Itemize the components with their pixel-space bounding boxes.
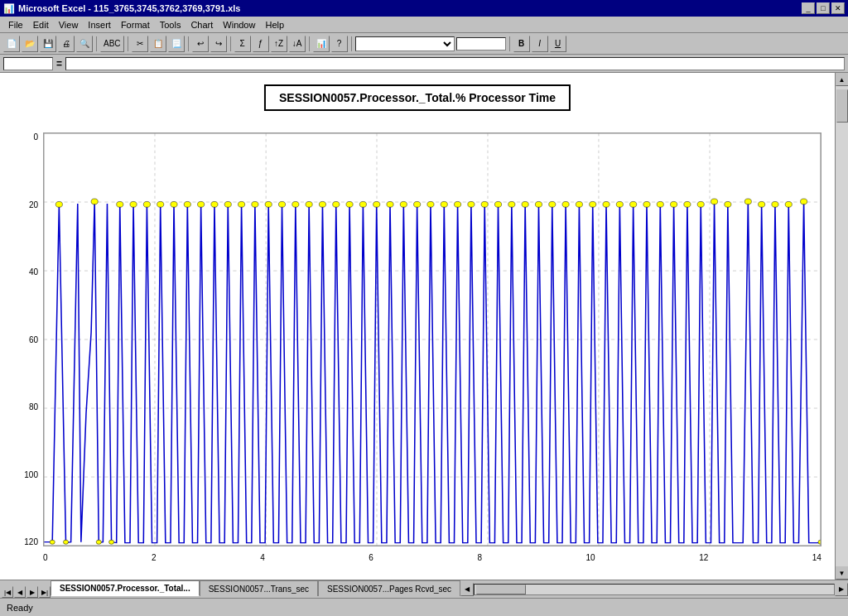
formula-input[interactable] [65, 57, 845, 70]
open-button[interactable]: 📂 [22, 36, 38, 52]
maximize-button[interactable]: □ [817, 2, 830, 14]
svg-point-25 [224, 201, 231, 207]
scroll-down-button[interactable]: ▼ [836, 566, 849, 580]
paste-button[interactable]: 📃 [168, 36, 185, 52]
h-scroll-right-button[interactable]: ▶ [835, 583, 848, 596]
copy-button[interactable]: 📋 [150, 36, 166, 52]
sep3 [188, 36, 189, 51]
menu-edit[interactable]: Edit [28, 18, 54, 31]
svg-point-19 [143, 201, 150, 207]
svg-point-43 [468, 201, 475, 207]
chart-wizard-button[interactable]: 📊 [313, 36, 330, 52]
svg-point-30 [292, 201, 299, 207]
tab-next-button[interactable]: ▶ [26, 586, 38, 598]
menu-file[interactable]: File [3, 18, 28, 31]
menu-format[interactable]: Format [116, 18, 155, 31]
minimize-button[interactable]: _ [802, 2, 815, 14]
svg-point-66 [785, 201, 792, 207]
menu-window[interactable]: Window [218, 18, 260, 31]
svg-point-65 [772, 201, 778, 207]
font-size-input[interactable] [456, 37, 506, 51]
scroll-track [836, 86, 849, 566]
x-label-14: 14 [812, 553, 822, 562]
svg-point-53 [603, 201, 610, 207]
menu-insert[interactable]: Insert [83, 18, 116, 31]
svg-point-61 [711, 199, 717, 205]
svg-point-69 [63, 540, 68, 544]
svg-point-64 [759, 201, 765, 207]
underline-button[interactable]: U [550, 36, 566, 52]
h-scrollbar: ◀ ▶ [460, 580, 848, 598]
svg-point-34 [346, 201, 353, 207]
sort-asc-button[interactable]: ↑Z [271, 36, 287, 52]
svg-point-26 [238, 201, 245, 207]
italic-button[interactable]: I [532, 36, 548, 52]
menu-chart[interactable]: Chart [186, 18, 218, 31]
sep1 [96, 36, 97, 51]
x-label-0: 0 [43, 553, 48, 562]
menu-tools[interactable]: Tools [155, 18, 186, 31]
h-scroll-track [474, 584, 835, 595]
close-button[interactable]: ✕ [831, 2, 845, 14]
svg-point-42 [455, 201, 461, 207]
menu-view[interactable]: View [54, 18, 84, 31]
tab-last-button[interactable]: ▶| [39, 586, 51, 598]
redo-button[interactable]: ↪ [210, 36, 227, 52]
svg-point-41 [441, 201, 447, 207]
svg-point-52 [590, 201, 596, 207]
x-axis: 0 2 4 6 8 10 12 14 [43, 550, 822, 575]
svg-point-48 [535, 201, 542, 207]
toolbar-standard: 📄 📂 💾 🖨 🔍 ABC ✂ 📋 📃 ↩ ↪ Σ ƒ ↑Z ↓A 📊 ? B … [0, 33, 848, 55]
y-label-100: 100 [24, 470, 38, 479]
bold-button[interactable]: B [513, 36, 530, 52]
tab-prev-button[interactable]: ◀ [14, 586, 26, 598]
svg-point-15 [55, 201, 62, 207]
svg-point-51 [576, 201, 582, 207]
sheet-tab-2[interactable]: SESSION0057...Trans_sec [200, 580, 318, 596]
chart-plot [43, 132, 822, 546]
svg-point-70 [96, 540, 101, 544]
tab-first-button[interactable]: |◀ [2, 586, 13, 598]
svg-point-63 [744, 199, 751, 205]
formula-bar: = [0, 55, 848, 73]
sheet-tab-3[interactable]: SESSION0057...Pages Rcvd_sec [318, 580, 460, 596]
y-label-0: 0 [33, 132, 38, 142]
svg-point-59 [684, 201, 691, 207]
font-select[interactable] [355, 36, 455, 51]
y-label-20: 20 [29, 200, 38, 209]
menu-help[interactable]: Help [260, 18, 289, 31]
cell-reference-input[interactable] [3, 57, 53, 70]
svg-point-47 [522, 201, 528, 207]
sep4 [230, 36, 231, 51]
svg-point-37 [387, 201, 393, 207]
h-scroll-thumb[interactable] [476, 585, 526, 594]
svg-point-50 [562, 201, 569, 207]
undo-button[interactable]: ↩ [192, 36, 209, 52]
cut-button[interactable]: ✂ [132, 36, 148, 52]
x-label-12: 12 [699, 553, 708, 562]
window-controls: _ □ ✕ [802, 2, 845, 14]
sep7 [509, 36, 510, 51]
print-button[interactable]: 🖨 [58, 36, 75, 52]
svg-point-28 [265, 201, 272, 207]
main-area: SESSION0057.Processor._Total.% Processor… [0, 73, 848, 580]
h-scroll-left-button[interactable]: ◀ [460, 583, 474, 596]
func-button[interactable]: ƒ [253, 36, 269, 52]
print-preview-button[interactable]: 🔍 [76, 36, 93, 52]
sum-button[interactable]: Σ [234, 36, 251, 52]
new-button[interactable]: 📄 [3, 36, 20, 52]
svg-point-40 [427, 201, 434, 207]
sep2 [128, 36, 128, 51]
svg-point-45 [494, 201, 501, 207]
sheet-tab-1[interactable]: SESSION0057.Processor._Total... [51, 580, 200, 596]
svg-point-54 [616, 201, 623, 207]
help-button[interactable]: ? [331, 36, 348, 52]
spell-button[interactable]: ABC [100, 36, 124, 52]
scroll-up-button[interactable]: ▲ [836, 73, 849, 86]
svg-point-35 [359, 201, 366, 207]
save-button[interactable]: 💾 [40, 36, 56, 52]
x-label-6: 6 [369, 553, 373, 562]
scroll-thumb[interactable] [836, 89, 848, 123]
chart-container: SESSION0057.Processor._Total.% Processor… [0, 73, 835, 580]
sort-desc-button[interactable]: ↓A [289, 36, 306, 52]
